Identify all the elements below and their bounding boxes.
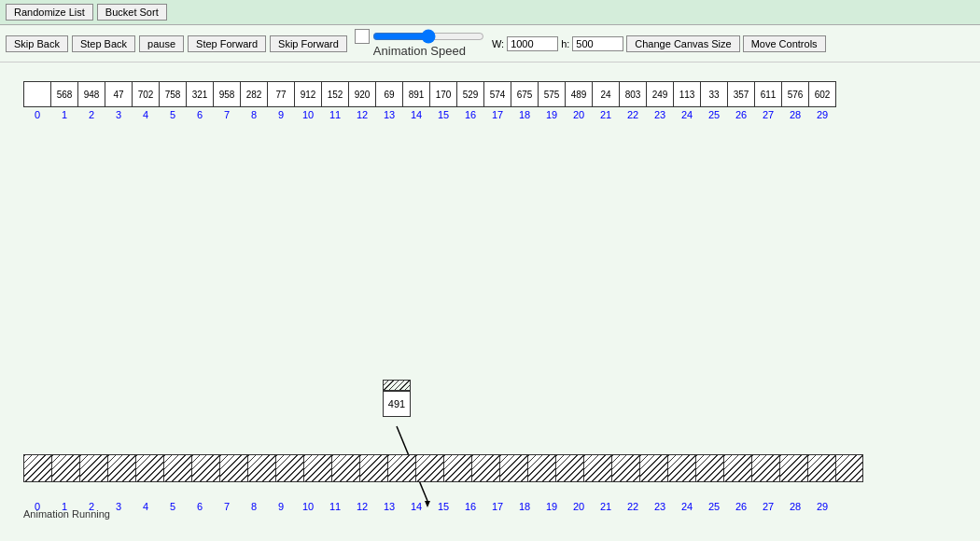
- array-index: 22: [619, 109, 647, 120]
- array-cell: 152: [321, 81, 349, 107]
- bucket-cell: [23, 454, 51, 482]
- step-forward-button[interactable]: Step Forward: [188, 35, 266, 52]
- array-index: 6: [186, 109, 214, 120]
- array-cell: 24: [592, 81, 620, 107]
- array-cell: 948: [77, 81, 105, 107]
- bucket-indices: 0123456789101112131415161718192021222324…: [23, 501, 835, 512]
- array-index: 24: [673, 109, 701, 120]
- array-index: 16: [456, 109, 484, 120]
- array-index: 21: [592, 109, 620, 120]
- array-cell: 357: [727, 81, 755, 107]
- bucket-cell: [471, 454, 499, 482]
- array-display: 5689484770275832195828277912152920698911…: [23, 81, 835, 107]
- bucket-index: 23: [646, 501, 674, 512]
- floating-element: 491: [383, 380, 411, 417]
- array-cell: 891: [402, 81, 430, 107]
- array-index: 1: [50, 109, 78, 120]
- array-cell: 611: [754, 81, 782, 107]
- bucket-cell: [639, 454, 667, 482]
- bucket-index: 18: [511, 501, 539, 512]
- array-index: 5: [159, 109, 187, 120]
- bucket-cell: [163, 454, 191, 482]
- bucket-index: 15: [429, 501, 457, 512]
- bucket-cell: [51, 454, 79, 482]
- bucket-index: 13: [375, 501, 403, 512]
- bucket-index: 12: [348, 501, 376, 512]
- array-index: 10: [294, 109, 322, 120]
- array-cell: 575: [538, 81, 566, 107]
- skip-forward-button[interactable]: Skip Forward: [270, 35, 347, 52]
- array-cell: 912: [294, 81, 322, 107]
- bucket-cell: [415, 454, 443, 482]
- array-cell: 803: [619, 81, 647, 107]
- array-cell: 69: [375, 81, 403, 107]
- array-cell: 33: [700, 81, 728, 107]
- skip-back-button[interactable]: Skip Back: [6, 35, 68, 52]
- pause-button[interactable]: pause: [139, 35, 184, 52]
- change-canvas-button[interactable]: Change Canvas Size: [626, 35, 739, 52]
- bucket-cell: [779, 454, 807, 482]
- float-value: 491: [383, 391, 411, 417]
- array-cell: 675: [511, 81, 539, 107]
- bucket-cell: [107, 454, 135, 482]
- array-cell: 568: [50, 81, 78, 107]
- height-input[interactable]: [572, 36, 623, 51]
- array-index: 19: [538, 109, 566, 120]
- bucket-cell: [359, 454, 387, 482]
- bucket-index: 24: [673, 501, 701, 512]
- array-index: 4: [132, 109, 160, 120]
- array-index: 20: [565, 109, 593, 120]
- array-index: 14: [402, 109, 430, 120]
- array-cell: 958: [213, 81, 241, 107]
- bucket-cell: [247, 454, 275, 482]
- bucket-cell: [611, 454, 639, 482]
- array-cell: 113: [673, 81, 701, 107]
- move-controls-button[interactable]: Move Controls: [743, 35, 826, 52]
- array-index: 27: [754, 109, 782, 120]
- top-bar: Randomize List Bucket Sort: [0, 0, 980, 25]
- width-label: W:: [492, 38, 504, 49]
- bucket-index: 25: [700, 501, 728, 512]
- bucket-index: 14: [402, 501, 430, 512]
- array-index: 17: [483, 109, 511, 120]
- height-label: h:: [561, 38, 569, 49]
- controls-bar: Skip Back Step Back pause Step Forward S…: [0, 25, 980, 62]
- speed-slider[interactable]: [372, 29, 484, 44]
- bucket-index: 7: [213, 501, 241, 512]
- bucket-cell: [835, 454, 863, 482]
- array-index: 9: [267, 109, 295, 120]
- array-cell: 529: [456, 81, 484, 107]
- array-index: 12: [348, 109, 376, 120]
- array-index: 0: [23, 109, 51, 120]
- bucket-cell: [331, 454, 359, 482]
- bucket-index: 28: [781, 501, 809, 512]
- array-cell: 170: [429, 81, 457, 107]
- width-input[interactable]: [507, 36, 558, 51]
- bucket-index: 8: [240, 501, 268, 512]
- array-index: 2: [77, 109, 105, 120]
- array-cell-empty: [23, 81, 51, 107]
- array-cell: 282: [240, 81, 268, 107]
- float-stripe: [383, 380, 411, 391]
- canvas-area: 5689484770275832195828277912152920698911…: [23, 62, 957, 520]
- bucket-index: 17: [483, 501, 511, 512]
- bucket-index: 29: [808, 501, 836, 512]
- bucket-sort-button[interactable]: Bucket Sort: [97, 4, 167, 21]
- status-text: Animation Running: [23, 508, 110, 520]
- bucket-cell: [499, 454, 527, 482]
- bucket-index: 22: [619, 501, 647, 512]
- array-index: 26: [727, 109, 755, 120]
- bucket-index: 4: [132, 501, 160, 512]
- step-back-button[interactable]: Step Back: [72, 35, 135, 52]
- array-indices: 0123456789101112131415161718192021222324…: [23, 109, 835, 120]
- bucket-cell: [219, 454, 247, 482]
- array-index: 23: [646, 109, 674, 120]
- bucket-area: [23, 454, 957, 492]
- array-cell: 576: [781, 81, 809, 107]
- bucket-index: 20: [565, 501, 593, 512]
- array-cell: 489: [565, 81, 593, 107]
- bucket-index: 5: [159, 501, 187, 512]
- randomize-button[interactable]: Randomize List: [6, 4, 93, 21]
- color-picker[interactable]: [355, 29, 370, 44]
- array-index: 11: [321, 109, 349, 120]
